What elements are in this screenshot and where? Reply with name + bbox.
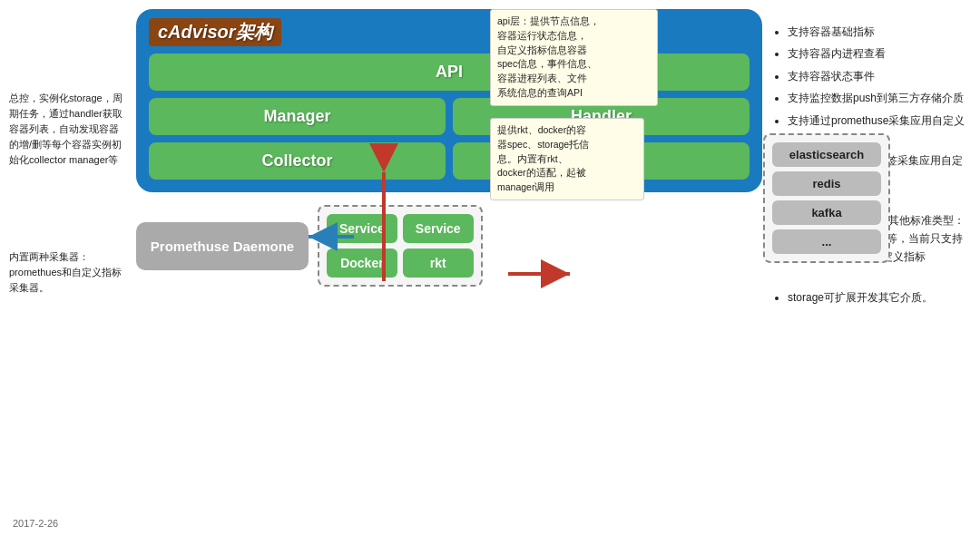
- bottom-area: Promethuse Daemone Service Service Docke…: [136, 205, 762, 287]
- arrow-to-promethuse: [304, 223, 358, 250]
- manager-handler-row: Manager Handler: [149, 98, 750, 135]
- right-info-item-1: 支持容器内进程查看: [788, 44, 971, 63]
- docker-box: Docker: [327, 249, 397, 278]
- storage-elasticsearch: elasticsearch: [772, 142, 881, 167]
- date-label: 2017-2-26: [13, 518, 58, 529]
- left-info-text1: 总控，实例化storage，周期任务，通过handler获取容器列表，自动发现容…: [9, 91, 127, 168]
- storage-options-box: elasticsearch redis kafka ...: [763, 133, 890, 263]
- storage-redis: redis: [772, 171, 881, 196]
- right-info-storage-note-list: storage可扩展开发其它介质。: [771, 288, 971, 307]
- manager-box: Manager: [149, 98, 446, 135]
- right-info-storage-note: storage可扩展开发其它介质。: [788, 288, 971, 307]
- cadvisor-title: cAdvisor架构: [149, 18, 281, 46]
- right-info-item-0: 支持容器基础指标: [788, 23, 971, 41]
- collector-box: Collector: [149, 142, 446, 180]
- service-box-2: Service: [403, 214, 474, 243]
- center-diagram: cAdvisor架构 API Manager Handler Collector…: [136, 9, 762, 527]
- storage-kafka: kafka: [772, 200, 881, 225]
- right-info-item-3: 支持监控数据push到第三方存储介质: [788, 89, 971, 107]
- rkt-box: rkt: [403, 249, 474, 278]
- collector-storage-row: Collector Storage elasticsearch redis ka…: [149, 142, 750, 180]
- tooltip-storage: 提供rkt、docker的容 器spec、storage托信 息。内置有rkt、…: [490, 118, 644, 200]
- storage-dots: ...: [772, 229, 881, 254]
- right-info-panel: 支持容器基础指标 支持容器内进程查看 支持容器状态事件 支持监控数据push到第…: [771, 9, 971, 527]
- right-info-item-2: 支持容器状态事件: [788, 67, 971, 85]
- left-info-text2: 内置两种采集器：promethues和自定义指标采集器。: [9, 249, 127, 296]
- api-box: API: [149, 54, 750, 91]
- promethuse-box: Promethuse Daemone: [136, 222, 309, 270]
- tooltip-api: api层：提供节点信息， 容器运行状态信息， 自定义指标信息容器 spec信息，…: [490, 9, 658, 106]
- cadvisor-box: cAdvisor架构 API Manager Handler Collector…: [136, 9, 762, 192]
- left-info-panel: 总控，实例化storage，周期任务，通过handler获取容器列表，自动发现容…: [9, 9, 127, 527]
